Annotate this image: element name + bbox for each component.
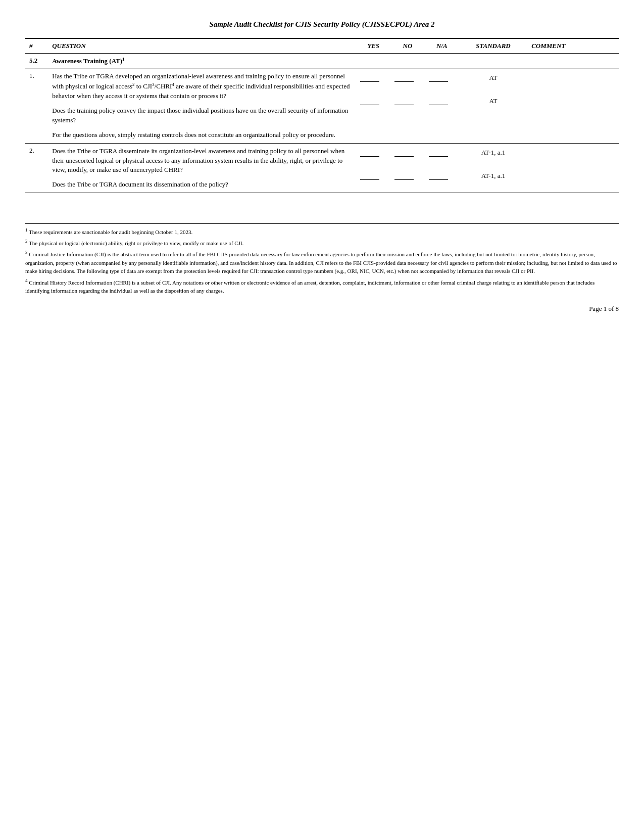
row-2-q1-na-blank[interactable] bbox=[429, 149, 448, 157]
col-header-no: NO bbox=[390, 38, 425, 54]
row-1-yes-col bbox=[356, 69, 390, 143]
row-2-na-col bbox=[425, 143, 459, 193]
row-1-q1-no-blank[interactable] bbox=[394, 74, 414, 82]
row-1-q2-standard: AT bbox=[489, 97, 497, 105]
row-1-q2-yes-blank[interactable] bbox=[360, 97, 379, 105]
row-1-q2-text: Does the training policy convey the impa… bbox=[52, 106, 352, 125]
row-1-q3-text: For the questions above, simply restatin… bbox=[52, 130, 352, 140]
row-2-standard-col: AT-1, a.1 AT-1, a.1 bbox=[459, 143, 528, 193]
section-52-num: 5.2 bbox=[25, 54, 48, 69]
row-2-q2-yes-blank[interactable] bbox=[360, 172, 379, 180]
page-title: Sample Audit Checklist for CJIS Security… bbox=[25, 20, 619, 29]
footnote-4: 4 Criminal History Record Information (C… bbox=[25, 277, 619, 295]
row-2-num: 2. bbox=[25, 143, 48, 193]
section-52-row: 5.2 Awareness Training (AT)1 bbox=[25, 54, 619, 69]
row-1-q1-text: Has the Tribe or TGRA developed an organ… bbox=[52, 72, 352, 101]
row-1-q1-na-blank[interactable] bbox=[429, 74, 448, 82]
row-2-comment-col[interactable] bbox=[527, 143, 619, 193]
footnote-section: 1 These requirements are sanctionable fo… bbox=[25, 223, 619, 295]
row-1-q1-yes-blank[interactable] bbox=[360, 74, 379, 82]
col-header-question: QUESTION bbox=[48, 38, 356, 54]
row-1-q2-no-blank[interactable] bbox=[394, 97, 414, 105]
row-1-questions: Has the Tribe or TGRA developed an organ… bbox=[48, 69, 356, 143]
row-2-questions: Does the Tribe or TGRA disseminate its o… bbox=[48, 143, 356, 193]
col-header-na: N/A bbox=[425, 38, 459, 54]
row-2-yes-col bbox=[356, 143, 390, 193]
row-2-q1-standard: AT-1, a.1 bbox=[481, 149, 506, 157]
row-1-num: 1. bbox=[25, 69, 48, 143]
col-header-comment: COMMENT bbox=[527, 38, 619, 54]
section-52-title: Awareness Training (AT)1 bbox=[48, 54, 619, 69]
row-2-q2-standard: AT-1, a.1 bbox=[481, 172, 506, 180]
table-bottom-border bbox=[25, 193, 619, 194]
footnote-1: 1 These requirements are sanctionable fo… bbox=[25, 227, 619, 236]
footnote-2: 2 The physical or logical (electronic) a… bbox=[25, 238, 619, 247]
row-2-q1-text: Does the Tribe or TGRA disseminate its o… bbox=[52, 147, 352, 175]
row-2-q1-yes-blank[interactable] bbox=[360, 149, 379, 157]
row-2-q2-na-blank[interactable] bbox=[429, 172, 448, 180]
row-2-q2-no-blank[interactable] bbox=[394, 172, 414, 180]
page-number: Page 1 of 8 bbox=[25, 305, 619, 313]
row-1-standard-col: AT AT bbox=[459, 69, 528, 143]
row-1-comment-col[interactable] bbox=[527, 69, 619, 143]
row-2-no-col bbox=[390, 143, 425, 193]
col-header-standard: STANDARD bbox=[459, 38, 528, 54]
table-row: 2. Does the Tribe or TGRA disseminate it… bbox=[25, 143, 619, 193]
row-2-q1-no-blank[interactable] bbox=[394, 149, 414, 157]
table-row: 1. Has the Tribe or TGRA developed an or… bbox=[25, 69, 619, 143]
footnote-3: 3 Criminal Justice Information (CJI) is … bbox=[25, 249, 619, 275]
row-1-q1-standard: AT bbox=[489, 74, 497, 82]
col-header-num: # bbox=[25, 38, 48, 54]
row-2-q2-text: Does the Tribe or TGRA document its diss… bbox=[52, 180, 352, 190]
row-1-na-col bbox=[425, 69, 459, 143]
row-1-q2-na-blank[interactable] bbox=[429, 97, 448, 105]
row-1-no-col bbox=[390, 69, 425, 143]
col-header-yes: YES bbox=[356, 38, 390, 54]
